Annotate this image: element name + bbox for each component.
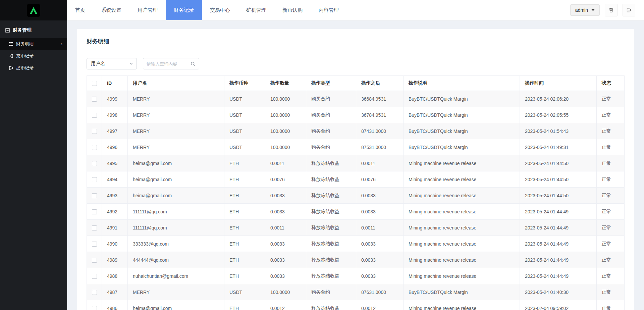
cell-amount: 0.0033 (265, 236, 306, 252)
row-checkbox[interactable] (92, 161, 97, 166)
cell-operation-type: 释放冻结收益 (306, 188, 356, 204)
search-input[interactable] (147, 61, 191, 66)
row-checkbox[interactable] (92, 145, 97, 150)
sidebar-item-deposit-records[interactable]: 充币记录 (0, 50, 67, 62)
chevron-down-icon (129, 62, 133, 66)
table-row: 4986heima@gmail.comETH0.0012释放冻结收益0.0012… (87, 300, 625, 310)
row-checkbox[interactable] (92, 258, 97, 263)
cell-coin: ETH (224, 300, 265, 310)
row-checkbox[interactable] (92, 225, 97, 230)
row-select-cell (87, 220, 102, 236)
row-checkbox[interactable] (92, 242, 97, 247)
cell-description: Mining machine revenue release (404, 300, 520, 310)
collapse-minus-icon (5, 28, 10, 33)
col-header-description: 操作说明 (404, 76, 520, 91)
cell-id: 4997 (102, 123, 128, 139)
cell-time: 2023-05-24 02:06:20 (520, 91, 597, 107)
col-header-username: 用户名 (128, 76, 224, 91)
row-checkbox[interactable] (92, 274, 97, 279)
row-checkbox[interactable] (92, 113, 97, 118)
cell-description: BuyBTC/USDTQuick Margin (404, 284, 520, 300)
cell-description: Mining machine revenue release (404, 220, 520, 236)
row-checkbox[interactable] (92, 129, 97, 134)
table-row: 4990333333@qq.comETH0.0033释放冻结收益0.0033Mi… (87, 236, 625, 252)
cell-coin: ETH (224, 268, 265, 284)
cell-coin: ETH (224, 171, 265, 188)
cell-balance-after: 36784.9531 (356, 107, 404, 123)
table-row: 4998MERRYUSDT100.0000购买合约36784.9531BuyBT… (87, 107, 625, 123)
cell-description: Mining machine revenue release (404, 268, 520, 284)
clear-cache-button[interactable] (605, 4, 618, 16)
nav-item-mining-management[interactable]: 矿机管理 (238, 0, 274, 20)
cell-time: 2023-05-24 01:44:49 (520, 236, 597, 252)
nav-item-finance-records[interactable]: 财务记录 (166, 0, 202, 20)
nav-item-new-coin-subscription[interactable]: 新币认购 (274, 0, 311, 20)
cell-id: 4993 (102, 188, 128, 204)
sidebar-item-withdraw-records[interactable]: 提币记录 (0, 62, 67, 74)
cell-time: 2023-05-24 01:44:50 (520, 171, 597, 188)
cell-status: 正常 (597, 188, 625, 204)
row-checkbox[interactable] (92, 193, 97, 198)
cell-amount: 100.0000 (265, 91, 306, 107)
nav-item-system-settings[interactable]: 系统设置 (93, 0, 129, 20)
cell-status: 正常 (597, 284, 625, 300)
cell-status: 正常 (597, 204, 625, 220)
row-checkbox[interactable] (92, 209, 97, 214)
cell-status: 正常 (597, 252, 625, 268)
cell-id: 4994 (102, 171, 128, 188)
row-checkbox[interactable] (92, 290, 97, 295)
cell-balance-after: 36684.9531 (356, 91, 404, 107)
cell-balance-after: 0.0033 (356, 252, 404, 268)
search-box (143, 58, 199, 69)
col-header-operation-type: 操作类型 (306, 76, 356, 91)
row-select-cell (87, 284, 102, 300)
row-select-cell (87, 139, 102, 155)
cell-username: 111111@qq.com (128, 220, 224, 236)
col-header-coin: 操作币种 (224, 76, 265, 91)
nav-item-home[interactable]: 首页 (67, 0, 93, 20)
cell-id: 4996 (102, 139, 128, 155)
cell-id: 4989 (102, 252, 128, 268)
cell-operation-type: 释放冻结收益 (306, 300, 356, 310)
table-row: 4989444444@qq.comETH0.0033释放冻结收益0.0033Mi… (87, 252, 625, 268)
cell-status: 正常 (597, 139, 625, 155)
cell-status: 正常 (597, 300, 625, 310)
cell-amount: 0.0076 (265, 171, 306, 188)
cell-operation-type: 释放冻结收益 (306, 268, 356, 284)
cell-amount: 0.0012 (265, 300, 306, 310)
nav-item-trade-center[interactable]: 交易中心 (202, 0, 238, 20)
col-header-time: 操作时间 (520, 76, 597, 91)
row-checkbox[interactable] (92, 306, 97, 310)
nav-item-user-management[interactable]: 用户管理 (129, 0, 166, 20)
cell-amount: 100.0000 (265, 139, 306, 155)
row-checkbox[interactable] (92, 177, 97, 182)
logout-button[interactable] (623, 4, 635, 16)
cell-status: 正常 (597, 155, 625, 171)
cell-id: 4991 (102, 220, 128, 236)
search-icon[interactable] (191, 61, 196, 66)
row-checkbox[interactable] (92, 97, 97, 102)
filter-field-select[interactable]: 用户名 (87, 58, 137, 69)
page-title: 财务明细 (87, 29, 625, 51)
sidebar-item-finance-detail[interactable]: 财务明细 › (0, 38, 67, 50)
cell-coin: USDT (224, 284, 265, 300)
cell-username: MERRY (128, 139, 224, 155)
cell-coin: USDT (224, 139, 265, 155)
cell-id: 4998 (102, 107, 128, 123)
cell-description: Mining machine revenue release (404, 252, 520, 268)
admin-dropdown[interactable]: admin (570, 4, 600, 16)
cell-operation-type: 购买合约 (306, 284, 356, 300)
cell-time: 2023-05-24 01:54:43 (520, 123, 597, 139)
cell-time: 2023-05-24 01:49:31 (520, 139, 597, 155)
app-logo[interactable] (27, 4, 40, 17)
col-header-amount: 操作数量 (265, 76, 306, 91)
main-column: 首页 系统设置 用户管理 财务记录 交易中心 矿机管理 新币认购 内容管理 ad… (67, 0, 644, 310)
cell-id: 4999 (102, 91, 128, 107)
nav-item-content-management[interactable]: 内容管理 (311, 0, 347, 20)
select-all-checkbox[interactable] (92, 81, 97, 86)
row-select-cell (87, 252, 102, 268)
sidebar-section-finance[interactable]: 财务管理 (0, 24, 67, 38)
row-select-cell (87, 300, 102, 310)
cell-coin: ETH (224, 188, 265, 204)
cell-time: 2023-05-24 01:44:49 (520, 220, 597, 236)
